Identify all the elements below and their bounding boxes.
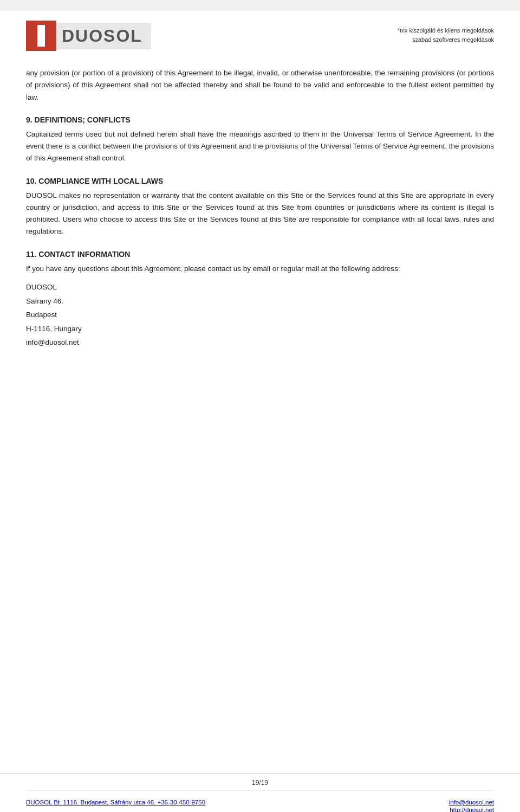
tagline-line1: *nix kiszolgáló és kliens megoldások [398,26,494,35]
section-11-body: If you have any questions about this Agr… [26,263,494,275]
logo-text: DUOSOL [62,26,142,46]
section-10-title: 10. COMPLIANCE WITH LOCAL LAWS [26,177,494,185]
section-9-body: Capitalized terms used but not defined h… [26,128,494,165]
section-11-para-0: If you have any questions about this Agr… [26,263,494,275]
section-10-number: 10. [26,177,36,185]
contact-block: DUOSOL Safrany 46. Budapest H-1116, Hung… [26,280,494,350]
tagline-line2: szabad szoftveres megoldások [398,35,494,44]
section-9-para-0: Capitalized terms used but not defined h… [26,128,494,165]
logo-text-container: DUOSOL [56,23,151,49]
section-10-para-0: DUOSOL makes no representation or warran… [26,190,494,238]
section-11-title: 11. CONTACT INFORMATION [26,250,494,259]
section-11-heading: CONTACT INFORMATION [38,250,130,259]
logo-red-box [26,21,56,51]
page-indicator: 19/19 [26,779,494,787]
section-11: 11. CONTACT INFORMATION If you have any … [26,250,494,350]
footer-email-link[interactable]: info@duosol.net [449,799,494,805]
footer-divider [26,790,494,790]
footer-address-link[interactable]: DUOSOL Bt. 1116. Budapest, Sáfrány utca … [26,799,205,812]
contact-postal: H-1116, Hungary [26,322,494,336]
section-9-heading: DEFINITIONS; CONFLICTS [35,115,131,124]
footer: 19/19 DUOSOL Bt. 1116. Budapest, Sáfrány… [0,773,520,812]
header-tagline: *nix kiszolgáló és kliens megoldások sza… [398,26,494,44]
header: DUOSOL *nix kiszolgáló és kliens megoldá… [0,11,520,56]
content-area: any provision (or portion of a provision… [0,56,520,773]
logo-container: DUOSOL [26,21,151,51]
section-10: 10. COMPLIANCE WITH LOCAL LAWS DUOSOL ma… [26,177,494,238]
contact-street: Safrany 46. [26,294,494,308]
contact-email: info@duosol.net [26,336,494,350]
page: DUOSOL *nix kiszolgáló és kliens megoldá… [0,11,520,812]
contact-company: DUOSOL [26,280,494,294]
contact-city: Budapest [26,308,494,322]
section-11-number: 11. [26,250,36,259]
footer-links: DUOSOL Bt. 1116. Budapest, Sáfrány utca … [26,799,494,812]
footer-right-links: info@duosol.net http://duosol.net [449,799,494,812]
section-10-body: DUOSOL makes no representation or warran… [26,190,494,238]
section-9: 9. DEFINITIONS; CONFLICTS Capitalized te… [26,115,494,165]
intro-paragraph: any provision (or portion of a provision… [26,67,494,104]
section-9-title: 9. DEFINITIONS; CONFLICTS [26,115,494,124]
logo-white-bar [37,25,45,47]
section-9-number: 9. [26,115,32,124]
section-10-heading: COMPLIANCE WITH LOCAL LAWS [38,177,163,185]
footer-website-link[interactable]: http://duosol.net [450,807,494,812]
